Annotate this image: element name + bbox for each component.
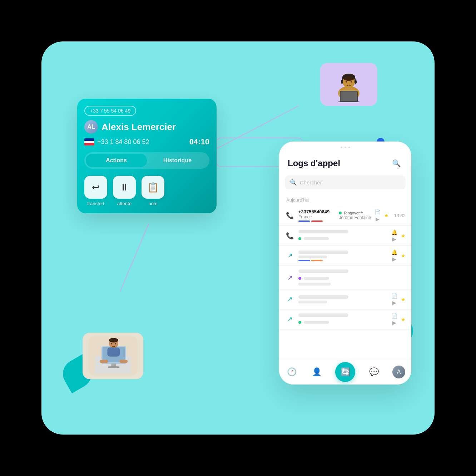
bottom-nav: 🕐 👤 🔄 💬 A	[279, 359, 411, 385]
agent-name: Jérôme Fontaine	[339, 215, 371, 220]
tag-orange	[311, 260, 323, 261]
caller-info: AL Alexis Lemercier	[84, 120, 209, 134]
placeholder-extras2	[298, 319, 388, 325]
play-icon: ▶	[392, 256, 396, 262]
caller-number-row: +33 1 84 80 06 52 04:10	[84, 137, 209, 147]
placeholder-number	[298, 251, 348, 254]
hold-icon-circle: ⏸	[113, 176, 136, 199]
placeholder-extras	[298, 275, 406, 281]
call-details	[298, 269, 406, 286]
notch-dot	[348, 147, 350, 148]
note-icon-circle: 📋	[142, 176, 164, 199]
svg-rect-18	[111, 363, 116, 367]
action-transfer[interactable]: ↩ transfert	[84, 176, 107, 206]
logs-panel: Logs d'appel 🔍 🔍 Chercher Aujourd'hui 📞 …	[279, 142, 411, 385]
star-icon[interactable]: ★	[401, 317, 406, 322]
svg-rect-10	[341, 91, 357, 101]
caller-name: Alexis Lemercier	[101, 122, 176, 133]
nav-person-icon[interactable]: 👤	[310, 366, 323, 378]
hold-label: attente	[117, 201, 132, 206]
source-dot	[339, 212, 342, 214]
note-icon: 📄	[375, 209, 381, 215]
status-dot	[298, 237, 301, 240]
search-icon-button[interactable]: 🔍	[390, 157, 403, 170]
caller-avatar: AL	[84, 120, 98, 134]
action-note[interactable]: 📋 note	[142, 176, 164, 206]
agent-photo-top	[320, 63, 377, 106]
star-icon[interactable]: ★	[384, 213, 389, 218]
call-card: +33 7 55 54 06 49 AL Alexis Lemercier +3…	[77, 99, 217, 213]
placeholder-source	[304, 237, 329, 240]
tag-blue	[298, 260, 310, 261]
tab-actions[interactable]: Actions	[86, 154, 147, 167]
transfer-icon-circle: ↩	[84, 176, 107, 199]
call-log-item[interactable]: ↗	[279, 266, 411, 289]
agent-top-illustration	[326, 66, 372, 102]
notch-dot	[344, 147, 346, 148]
placeholder-name	[298, 235, 388, 242]
tab-history[interactable]: Historique	[147, 154, 208, 167]
placeholder-bar2	[298, 283, 331, 286]
main-scene: +33 7 55 54 06 49 AL Alexis Lemercier +3…	[41, 41, 435, 435]
svg-line-0	[217, 106, 299, 149]
agent-photo-bottom	[83, 333, 143, 379]
call-tags	[298, 260, 388, 261]
star-icon[interactable]: ★	[401, 297, 406, 302]
call-log-item[interactable]: ↙ 📄 ▶ ★	[279, 309, 411, 329]
placeholder-bar	[298, 256, 327, 258]
svg-rect-23	[100, 360, 108, 363]
status-dot-purple	[298, 277, 301, 280]
svg-rect-24	[119, 360, 128, 363]
placeholder-name	[298, 256, 388, 258]
nav-user-avatar[interactable]: A	[392, 366, 405, 378]
call-details	[298, 295, 388, 303]
call-action-icons: 📄 ▶	[391, 313, 397, 326]
call-action-icons: 🔔 ▶	[391, 229, 397, 242]
call-details	[298, 230, 388, 242]
phone-missed-icon: 📞	[285, 231, 295, 241]
placeholder-number	[298, 230, 348, 233]
logs-header: Logs d'appel 🔍	[279, 147, 411, 175]
call-action-icons: 📄 ▶	[391, 293, 397, 306]
call-details	[298, 313, 388, 325]
play-icon3: ▶	[392, 320, 396, 326]
caller-number: +33 1 84 80 06 52	[84, 138, 149, 146]
tabs-row: Actions Historique	[84, 152, 209, 169]
call-log-item[interactable]: 📞 🔔 ▶ ★	[279, 226, 411, 246]
placeholder-source	[304, 277, 329, 280]
bell-icon: 🔔	[391, 249, 397, 255]
note-icon3: 📄	[391, 313, 397, 319]
svg-point-21	[109, 338, 118, 343]
call-country: France	[298, 214, 335, 219]
phone-incoming-icon: 📞	[285, 210, 295, 220]
star-icon[interactable]: ★	[401, 233, 406, 239]
call-action-icons: 🔔 ▶	[391, 249, 397, 262]
svg-point-12	[346, 81, 347, 83]
nav-fab-refresh[interactable]: 🔄	[335, 362, 355, 382]
call-details: +33755540649 France	[298, 209, 335, 222]
phone-badge: +33 7 55 54 06 49	[84, 106, 136, 116]
date-section: Aujourd'hui	[279, 195, 411, 205]
call-log-item[interactable]: ↙ 📄 ▶ ★	[279, 289, 411, 309]
call-time: 13:32	[394, 213, 406, 218]
call-log-item[interactable]: ↙ 🔔 ▶ ★	[279, 246, 411, 266]
svg-rect-11	[338, 101, 360, 102]
svg-rect-8	[354, 80, 357, 84]
call-log-item[interactable]: 📞 +33755540649 France Ringover.fr Jérôme…	[279, 205, 411, 226]
search-bar[interactable]: 🔍 Chercher	[285, 175, 406, 189]
phone-incoming-icon3: ↙	[285, 314, 295, 324]
tag-red	[311, 220, 323, 222]
call-details	[298, 251, 388, 261]
action-hold[interactable]: ⏸ attente	[113, 176, 136, 206]
notch-dot	[341, 147, 342, 148]
note-icon2: 📄	[391, 293, 397, 299]
source-name: Ringover.fr	[344, 211, 363, 215]
svg-rect-19	[108, 366, 119, 368]
nav-clock-icon[interactable]: 🕐	[285, 366, 298, 378]
nav-chat-icon[interactable]: 💬	[367, 366, 380, 378]
flag-icon-fr	[84, 138, 94, 145]
play-icon: ▶	[376, 216, 380, 222]
svg-point-26	[115, 343, 116, 344]
action-buttons: ↩ transfert ⏸ attente 📋 note	[84, 176, 209, 206]
star-icon[interactable]: ★	[401, 253, 406, 259]
